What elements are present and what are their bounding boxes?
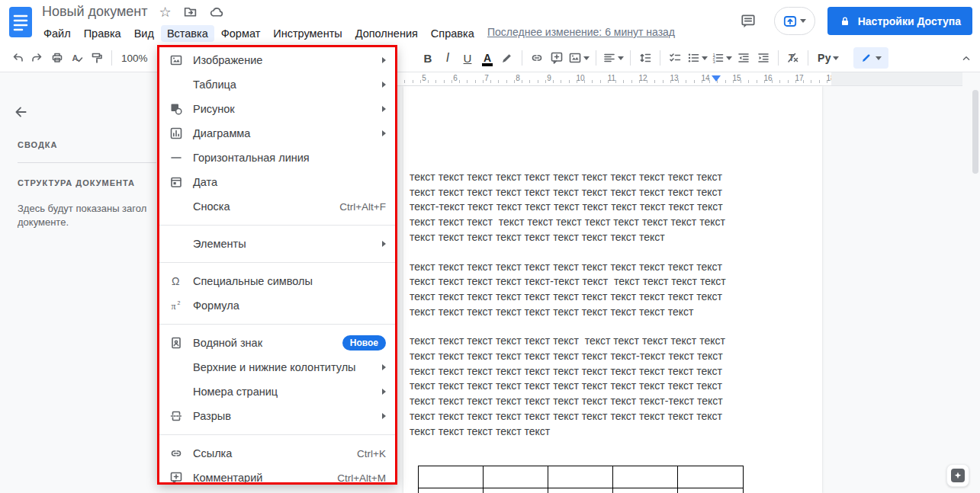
menu-item-date[interactable]: Дата: [158, 170, 397, 194]
insert-image-button[interactable]: [567, 48, 591, 68]
menu-divider: [158, 262, 397, 263]
text-line: текст текст текст текст текст текст текс…: [410, 394, 768, 409]
add-comment-button[interactable]: [547, 48, 567, 68]
highlight-color-button[interactable]: [497, 48, 517, 68]
toolbar-separator: [111, 50, 112, 66]
menu-item-building-blocks[interactable]: Элементы: [158, 232, 397, 256]
menu-item-headers-footers[interactable]: Верхние и нижние колонтитулы: [158, 355, 397, 379]
paint-format-button[interactable]: [87, 48, 107, 68]
title-row: Новый документ ☆: [42, 4, 224, 20]
clear-formatting-button[interactable]: T: [783, 48, 803, 68]
explore-button[interactable]: [946, 464, 969, 487]
checklist-button[interactable]: [665, 48, 685, 68]
print-button[interactable]: [47, 48, 67, 68]
insert-link-button[interactable]: [527, 48, 547, 68]
italic-button[interactable]: I: [438, 48, 458, 68]
table-cell[interactable]: [678, 466, 743, 488]
document-page[interactable]: текст текст текст текст текст текст текс…: [403, 86, 822, 493]
menu-item-special-characters[interactable]: ΩСпециальные символы: [158, 269, 397, 293]
submenu-arrow-icon: [382, 413, 386, 419]
document-table: [418, 466, 744, 493]
increase-indent-button[interactable]: [753, 48, 773, 68]
table-cell[interactable]: [678, 488, 743, 493]
table-cell[interactable]: [613, 488, 678, 493]
menu-addons[interactable]: Дополнения: [349, 25, 424, 42]
decrease-indent-button[interactable]: [734, 48, 753, 68]
menu-edit[interactable]: Правка: [78, 25, 127, 42]
menu-help[interactable]: Справка: [425, 25, 480, 42]
table-cell[interactable]: [484, 488, 548, 493]
menu-item-label: Комментарий: [193, 472, 262, 484]
ruler-number: 14: [701, 74, 709, 82]
last-edit-link[interactable]: Последнее изменение: 6 минут назад: [487, 26, 675, 38]
menu-format[interactable]: Формат: [215, 25, 267, 42]
menu-item-shortcut: Ctrl+K: [357, 448, 386, 459]
present-dropdown-caret: [800, 19, 806, 23]
vertical-scrollbar[interactable]: [972, 90, 978, 174]
table-cell[interactable]: [484, 466, 548, 488]
menu-insert[interactable]: Вставка: [161, 25, 214, 42]
input-tools-button[interactable]: Ру: [813, 48, 843, 68]
menu-item-label: Таблица: [193, 78, 236, 91]
underline-button[interactable]: U: [458, 48, 477, 68]
insert-image-caret: [583, 56, 590, 60]
menu-item-label: Специальные символы: [193, 275, 313, 287]
ruler[interactable]: 56789101112131415161718: [0, 72, 980, 86]
redo-button[interactable]: [27, 48, 47, 68]
table-cell[interactable]: [548, 488, 613, 493]
menu-item-label: Рисунок: [193, 103, 235, 115]
table-cell[interactable]: [419, 466, 484, 488]
spelling-check-button[interactable]: A: [67, 48, 87, 68]
numbered-list-button[interactable]: 123: [709, 48, 734, 68]
menu-tools[interactable]: Инструменты: [267, 25, 348, 42]
menu-item-label: Водяной знак: [193, 337, 262, 349]
menu-item-link[interactable]: СсылкаCtrl+K: [158, 441, 397, 466]
table-cell[interactable]: [613, 466, 678, 488]
zoom-control[interactable]: 100%: [117, 53, 153, 64]
menu-item-image[interactable]: Изображение: [158, 48, 397, 72]
present-button[interactable]: [774, 7, 815, 35]
menu-item-chart[interactable]: Диаграмма: [158, 121, 397, 146]
hide-menus-button[interactable]: [956, 48, 976, 68]
menu-item-footnote[interactable]: СноскаCtrl+Alt+F: [158, 194, 397, 219]
bulleted-list-button[interactable]: [685, 48, 709, 68]
menu-item-equation[interactable]: π2Формула: [158, 293, 397, 318]
table-cell[interactable]: [548, 466, 613, 488]
no-icon: [169, 360, 183, 374]
star-icon[interactable]: ☆: [159, 5, 172, 19]
menu-item-table[interactable]: Таблица: [158, 72, 397, 97]
summary-heading: СВОДКА: [18, 140, 58, 149]
svg-text:A: A: [72, 53, 79, 62]
move-to-folder-icon[interactable]: [183, 5, 198, 19]
document-title[interactable]: Новый документ: [42, 4, 148, 20]
page-break-icon: [169, 409, 183, 423]
align-button[interactable]: [601, 48, 625, 68]
text-color-button[interactable]: A: [477, 48, 497, 68]
submenu-arrow-icon: [382, 389, 386, 395]
new-badge: Новое: [342, 335, 386, 351]
menu-item-watermark[interactable]: Водяной знакНовое: [158, 331, 397, 355]
bold-button[interactable]: B: [418, 48, 438, 68]
menu-item-comment[interactable]: КомментарийCtrl+Alt+M: [158, 466, 397, 484]
undo-button[interactable]: [8, 48, 27, 68]
cloud-saved-icon[interactable]: [209, 5, 224, 19]
menu-file[interactable]: Файл: [37, 25, 77, 42]
present-icon: [782, 14, 798, 29]
menu-view[interactable]: Вид: [128, 25, 160, 42]
docs-logo-icon[interactable]: [8, 6, 33, 38]
submenu-arrow-icon: [382, 106, 386, 112]
editing-mode-button[interactable]: [853, 47, 888, 69]
share-button[interactable]: Настройки Доступа: [827, 7, 972, 35]
menu-item-drawing[interactable]: Рисунок: [158, 97, 397, 121]
comments-button[interactable]: [734, 8, 762, 35]
text-line: текст текст текст текст текст текст текс…: [410, 215, 768, 230]
indent-marker[interactable]: [712, 75, 721, 82]
table-cell[interactable]: [419, 488, 484, 493]
menu-item-horizontal-line[interactable]: Горизонтальная линия: [158, 146, 397, 170]
menu-item-page-break[interactable]: Разрыв: [158, 404, 397, 428]
svg-text:2: 2: [178, 300, 181, 306]
menu-item-page-numbers[interactable]: Номера страниц: [158, 379, 397, 404]
close-outline-button[interactable]: [13, 104, 28, 120]
line-spacing-button[interactable]: [635, 48, 655, 68]
menu-item-label: Сноска: [193, 200, 230, 213]
